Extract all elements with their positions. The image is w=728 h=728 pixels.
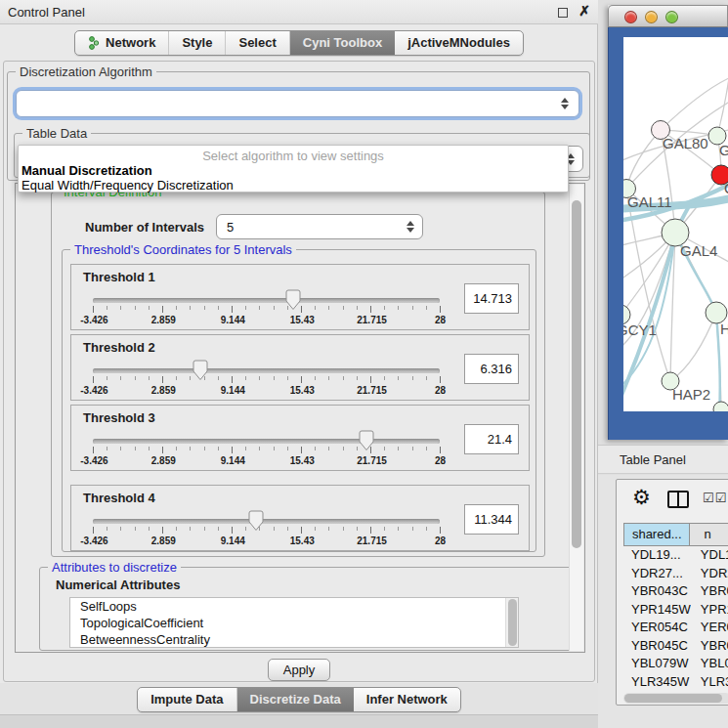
cell-name[interactable]: YDL1 <box>691 546 728 565</box>
control-panel-titlebar: Control Panel ✗ <box>0 0 598 24</box>
threshold-slider[interactable]: -3.4262.8599.14415.4321.71528 <box>85 359 457 402</box>
table-hscrollbar[interactable] <box>623 693 728 704</box>
slider-ticks <box>93 376 440 384</box>
top-tab-bar: NetworkStyleSelectCyni ToolboxjActiveMNo… <box>0 30 598 56</box>
cell-shared-name[interactable]: YDL19... <box>623 546 691 565</box>
mac-close-icon[interactable] <box>624 11 637 23</box>
cell-shared-name[interactable]: YBR043C <box>623 582 691 601</box>
gear-icon[interactable]: ⚙ <box>632 487 651 508</box>
table-row[interactable]: YDL19...YDL1 <box>623 546 728 565</box>
panel-scrollbar-thumb[interactable] <box>572 200 581 548</box>
threshold-value-field[interactable]: 11.344 <box>464 504 519 535</box>
network-edge[interactable] <box>661 76 728 130</box>
threshold-value-field[interactable]: 21.4 <box>464 424 519 454</box>
table-row[interactable]: YLR345WYLR3 <box>623 673 728 691</box>
cell-name[interactable]: YLR3 <box>691 673 728 691</box>
column-header-name[interactable]: n <box>690 523 728 546</box>
apply-button[interactable]: Apply <box>268 659 330 681</box>
bottom-tab-impute-data[interactable]: Impute Data <box>138 688 236 711</box>
dropdown-placeholder-option[interactable]: Select algorithm to view settings <box>19 149 568 163</box>
column-header-shared-name[interactable]: shared... <box>623 523 690 546</box>
cyni-toolbox-pane: Discretization Algorithm Table Data galF… <box>3 61 595 682</box>
float-icon[interactable] <box>558 8 568 18</box>
table-panel-header: Table Panel <box>598 445 728 474</box>
cell-name[interactable]: YBR0 <box>691 637 728 656</box>
table-row[interactable]: YER054CYER0 <box>623 619 728 637</box>
table-header-row: shared... n <box>623 523 728 546</box>
attribute-item[interactable]: BetweennessCentrality <box>70 631 518 648</box>
thresholds-group: Threshold's Coordinates for 5 Intervals … <box>62 249 536 552</box>
slider-track[interactable] <box>93 298 440 303</box>
bottom-tab-discretize-data[interactable]: Discretize Data <box>237 688 354 711</box>
list-scrollbar-thumb[interactable] <box>508 599 517 646</box>
slider-track-wrap: -3.4262.8599.14415.4321.71528 <box>93 429 440 472</box>
cell-shared-name[interactable]: YLR345W <box>623 673 691 691</box>
slider-track[interactable] <box>93 368 440 373</box>
slider-tick-labels: -3.4262.8599.14415.4321.71528 <box>93 385 440 397</box>
table-row[interactable]: YPR145WYPR1 <box>623 601 728 620</box>
tab-jactivemnodules[interactable]: jActiveMNodules <box>395 31 523 55</box>
slider-track[interactable] <box>93 439 440 444</box>
list-scrollbar[interactable] <box>505 598 518 647</box>
table-panel-area: ⚙ ☑☑ shared... n YDL19...YDL1YDR27...YDR… <box>598 475 728 728</box>
threshold-row-3: Threshold 3-3.4262.8599.14415.4321.71528… <box>70 405 530 471</box>
cell-name[interactable]: YPR1 <box>691 601 728 620</box>
dropdown-option-equal-width[interactable]: Equal Width/Frequency Discretization <box>21 178 234 193</box>
right-side: GAL80GACGAL11GAL4GCY1HHAP2 Table Panel ⚙… <box>598 0 728 728</box>
cell-name[interactable]: YER0 <box>691 619 728 637</box>
table-row[interactable]: YBR043CYBR0 <box>623 582 728 601</box>
threshold-slider[interactable]: -3.4262.8599.14415.4321.71528 <box>85 288 457 331</box>
attribute-item[interactable]: SelfLoops <box>70 598 518 615</box>
network-node-label: GA <box>719 142 728 158</box>
threshold-slider[interactable]: -3.4262.8599.14415.4321.71528 <box>85 429 457 472</box>
select-columns-icons[interactable]: ☑☑ <box>703 491 727 505</box>
tab-style[interactable]: Style <box>169 31 226 55</box>
group-title-thresholds: Threshold's Coordinates for 5 Intervals <box>70 242 296 257</box>
network-canvas[interactable]: GAL80GACGAL11GAL4GCY1HHAP2 <box>623 37 728 411</box>
columns-icon[interactable] <box>667 491 689 508</box>
table-panel-title: Table Panel <box>620 452 686 467</box>
cell-shared-name[interactable]: YBL079W <box>623 655 691 673</box>
threshold-row-1: Threshold 1-3.4262.8599.14415.4321.71528… <box>70 264 530 330</box>
numerical-attributes-list[interactable]: SelfLoopsTopologicalCoefficientBetweenne… <box>69 597 519 648</box>
network-edge[interactable] <box>670 313 716 381</box>
threshold-row-4: Threshold 4-3.4262.8599.14415.4321.71528… <box>70 485 530 551</box>
tab-network[interactable]: Network <box>75 31 169 55</box>
network-node-label: GAL11 <box>627 193 672 210</box>
number-of-intervals-select[interactable]: 5 <box>216 214 423 239</box>
cell-name[interactable]: YBL0 <box>691 655 728 673</box>
threshold-slider[interactable]: -3.4262.8599.14415.4321.71528 <box>85 509 457 552</box>
tab-cyni-toolbox[interactable]: Cyni Toolbox <box>290 31 395 55</box>
network-node[interactable] <box>713 402 728 411</box>
dropdown-option-manual-discretization[interactable]: Manual Discretization <box>21 163 152 178</box>
slider-track[interactable] <box>93 519 440 524</box>
attribute-item[interactable]: TopologicalCoefficient <box>70 615 518 631</box>
threshold-value-field[interactable]: 6.316 <box>464 354 519 384</box>
algorithm-select[interactable] <box>16 90 579 117</box>
cell-shared-name[interactable]: YBR045C <box>623 637 691 656</box>
bottom-tab-infer-network[interactable]: Infer Network <box>354 688 460 711</box>
cell-shared-name[interactable]: YER054C <box>623 619 691 637</box>
close-icon[interactable]: ✗ <box>578 3 590 19</box>
table-row[interactable]: YBL079WYBL0 <box>623 655 728 673</box>
threshold-value-field[interactable]: 14.713 <box>464 283 519 314</box>
mac-zoom-icon[interactable] <box>665 11 678 23</box>
bottom-tabs: Impute DataDiscretize DataInfer Network <box>137 687 461 712</box>
cell-shared-name[interactable]: YDR27... <box>623 565 691 583</box>
mac-minimize-icon[interactable] <box>645 11 658 23</box>
cell-name[interactable]: YDR2 <box>691 565 728 583</box>
group-title-algorithm: Discretization Algorithm <box>16 64 156 79</box>
number-of-intervals-label: Number of Intervals <box>85 220 204 235</box>
app-root: Control Panel ✗ NetworkStyleSelectCyni T… <box>0 0 728 728</box>
tab-label: Style <box>182 31 212 55</box>
threshold-label: Threshold 1 <box>83 270 155 284</box>
tab-select[interactable]: Select <box>226 31 289 55</box>
table-row[interactable]: YDR27...YDR2 <box>623 565 728 583</box>
cell-name[interactable]: YBR0 <box>691 582 728 601</box>
table-row[interactable]: YBR045CYBR0 <box>623 637 728 656</box>
panel-scrollbar[interactable] <box>569 185 583 651</box>
cell-shared-name[interactable]: YPR145W <box>623 601 691 620</box>
network-view-window[interactable]: GAL80GACGAL11GAL4GCY1HHAP2 <box>608 5 728 440</box>
table-hscrollbar-thumb[interactable] <box>624 694 722 703</box>
network-graph: GAL80GACGAL11GAL4GCY1HHAP2 <box>623 37 728 411</box>
